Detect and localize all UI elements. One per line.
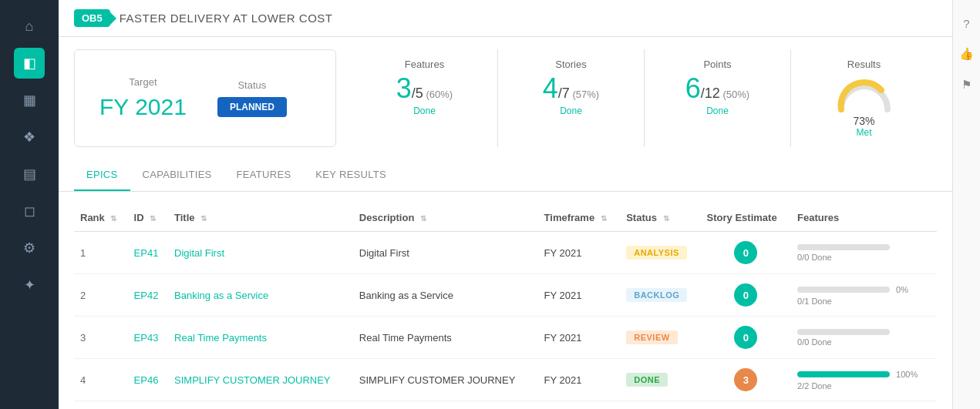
cell-title: SIMPLIFY CUSTOMER JOURNEY (168, 359, 353, 401)
gauge-container (834, 75, 895, 113)
col-description[interactable]: Description ⇅ (353, 204, 538, 232)
col-timeframe[interactable]: Timeframe ⇅ (538, 204, 621, 232)
id-link[interactable]: EP43 (134, 332, 159, 344)
table-row: 3 EP43 Real Time Payments Real Time Paym… (74, 317, 937, 359)
features-text: 0/1 Done (797, 297, 931, 306)
cell-title: Digital First (168, 232, 353, 274)
col-rank[interactable]: Rank ⇅ (74, 204, 128, 232)
target-status-card: Target FY 2021 Status PLANNED (74, 49, 336, 147)
settings-icon[interactable]: ✦ (14, 270, 45, 300)
story-circle: 0 (734, 283, 757, 307)
cell-features: 0% 0/1 Done (791, 274, 937, 317)
target-label: Target (99, 76, 187, 88)
col-title[interactable]: Title ⇅ (168, 204, 353, 232)
features-done[interactable]: Done (364, 106, 485, 116)
sidebar: ⌂ ◧ ▦ ❖ ▤ ◻ ⚙ ✦ (0, 0, 59, 409)
id-link[interactable]: EP46 (134, 374, 159, 386)
cell-id: EP41 (128, 232, 168, 274)
title-link[interactable]: Real Time Payments (174, 332, 267, 344)
stories-metric: Stories 4/7 (57%) Done (498, 49, 645, 147)
header-title: FASTER DELIVERY AT LOWER COST (120, 12, 333, 25)
status-badge: DONE (626, 373, 668, 387)
cell-description: SIMPLIFY CUSTOMER JOURNEY (353, 359, 538, 401)
cell-story-estimate: 0 (701, 317, 791, 359)
table-container: Rank ⇅ ID ⇅ Title ⇅ Description ⇅ Timefr… (59, 192, 952, 409)
target-value: FY 2021 (99, 94, 187, 120)
status-block: Status PLANNED (217, 79, 287, 117)
question-icon[interactable]: ? (956, 12, 978, 34)
id-link[interactable]: EP41 (134, 247, 159, 259)
features-bar-bg (797, 371, 890, 377)
network-icon[interactable]: ❖ (14, 122, 45, 153)
cell-story-estimate: 0 (701, 274, 791, 317)
tab-capabilities[interactable]: CAPABILITIES (130, 159, 224, 191)
title-link[interactable]: Banking as a Service (174, 290, 268, 301)
title-link[interactable]: SIMPLIFY CUSTOMER JOURNEY (174, 374, 331, 386)
points-metric: Points 6/12 (50%) Done (645, 49, 791, 147)
flag-icon[interactable]: ⚑ (956, 74, 978, 96)
status-label: Status (217, 79, 287, 91)
features-text: 2/2 Done (797, 381, 931, 391)
calendar-icon[interactable]: ▦ (14, 85, 45, 116)
cell-story-estimate: 3 (701, 359, 791, 401)
tab-key-results[interactable]: KEY RESULTS (303, 159, 399, 191)
table-row: 2 EP42 Banking as a Service Banking as a… (74, 274, 937, 317)
cell-description: Banking as a Service (353, 274, 538, 317)
cell-timeframe: FY 2021 (538, 274, 621, 317)
title-link[interactable]: Digital First (174, 247, 224, 259)
cell-story-estimate: 0 (701, 232, 791, 274)
features-bar-bg (797, 329, 890, 335)
chart-icon[interactable]: ▤ (14, 159, 45, 189)
table-header-row: Rank ⇅ ID ⇅ Title ⇅ Description ⇅ Timefr… (74, 204, 937, 232)
cell-status: DONE (620, 359, 700, 401)
stories-done[interactable]: Done (510, 106, 631, 116)
target-block: Target FY 2021 (99, 76, 187, 120)
features-title: Features (364, 59, 485, 70)
stories-title: Stories (510, 59, 631, 70)
home-icon[interactable]: ⌂ (14, 11, 45, 42)
cell-features: 100% 2/2 Done (791, 359, 937, 401)
cell-timeframe: FY 2021 (538, 232, 621, 274)
features-metric: Features 3/5 (60%) Done (352, 49, 498, 147)
features-text: 0/0 Done (797, 253, 931, 262)
tab-epics[interactable]: EPICS (74, 159, 130, 191)
metrics-row: Features 3/5 (60%) Done Stories 4/7 (57%… (352, 49, 937, 147)
cell-rank: 3 (74, 317, 128, 359)
wrench-icon[interactable]: ⚙ (14, 233, 45, 263)
status-badge: ANALYSIS (626, 246, 687, 260)
cell-description: Digital First (353, 232, 538, 274)
features-bar-container: 0/0 Done (797, 244, 931, 262)
met-label: Met (803, 127, 924, 138)
table-row: 1 EP41 Digital First Digital First FY 20… (74, 232, 937, 274)
features-value: 3/5 (60%) (364, 75, 485, 102)
features-text: 0/0 Done (797, 337, 931, 347)
cell-id: EP43 (128, 317, 168, 359)
document-icon[interactable]: ◻ (14, 196, 45, 226)
gauge-pct: 73% (803, 115, 924, 127)
epics-table: Rank ⇅ ID ⇅ Title ⇅ Description ⇅ Timefr… (74, 204, 937, 401)
status-badge: REVIEW (626, 330, 677, 344)
ob-badge: OB5 (74, 9, 110, 27)
id-link[interactable]: EP42 (134, 290, 159, 301)
results-metric: Results 73% Met (791, 49, 937, 147)
stats-section: Target FY 2021 Status PLANNED Features 3… (59, 37, 952, 159)
points-value: 6/12 (50%) (657, 75, 778, 102)
features-bar-container: 100% 2/2 Done (797, 370, 931, 391)
col-id[interactable]: ID ⇅ (128, 204, 168, 232)
tab-features[interactable]: FEATURES (224, 159, 304, 191)
layers-icon[interactable]: ◧ (14, 48, 45, 79)
cell-title: Real Time Payments (168, 317, 353, 359)
points-done[interactable]: Done (657, 106, 778, 116)
col-story-estimate[interactable]: Story Estimate (701, 204, 791, 232)
story-circle: 0 (734, 241, 757, 264)
header-bar: OB5 FASTER DELIVERY AT LOWER COST (59, 0, 952, 37)
cell-description: Real Time Payments (353, 317, 538, 359)
cell-status: BACKLOG (620, 274, 700, 317)
thumbs-up-icon[interactable]: 👍 (956, 43, 978, 65)
cell-status: ANALYSIS (620, 232, 700, 274)
table-row: 4 EP46 SIMPLIFY CUSTOMER JOURNEY SIMPLIF… (74, 359, 937, 401)
col-status[interactable]: Status ⇅ (620, 204, 700, 232)
story-circle: 3 (734, 368, 757, 391)
cell-rank: 1 (74, 232, 128, 274)
col-features[interactable]: Features (791, 204, 937, 232)
